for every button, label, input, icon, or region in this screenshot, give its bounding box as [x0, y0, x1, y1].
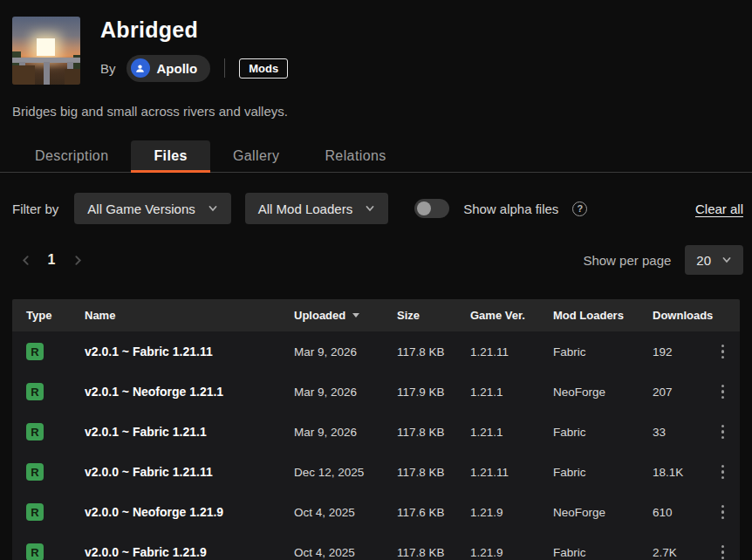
tab-bar: Description Files Gallery Relations	[0, 140, 752, 173]
file-downloads: 2.7K	[653, 546, 715, 559]
release-type-badge[interactable]: R	[26, 503, 44, 521]
page-number[interactable]: 1	[38, 252, 65, 268]
col-size[interactable]: Size	[397, 309, 470, 322]
file-mod-loader: Fabric	[553, 345, 653, 359]
file-mod-loader: NeoForge	[553, 386, 653, 399]
table-row[interactable]: R v2.0.0 ~ Fabric 1.21.11 Dec 12, 2025 1…	[12, 452, 740, 492]
table-row[interactable]: R v2.0.1 ~ Neoforge 1.21.1 Mar 9, 2026 1…	[12, 372, 740, 412]
file-name-link[interactable]: v2.0.0 ~ Fabric 1.21.11	[85, 465, 294, 479]
row-menu-icon[interactable]	[718, 542, 728, 560]
file-mod-loader: Fabric	[553, 546, 653, 559]
file-downloads: 207	[653, 386, 715, 399]
row-menu-icon[interactable]	[718, 341, 728, 363]
category-badge[interactable]: Mods	[239, 58, 288, 79]
filter-bar: Filter by All Game Versions All Mod Load…	[12, 193, 743, 224]
file-downloads: 610	[653, 506, 715, 519]
by-label: By	[100, 61, 116, 76]
file-name-link[interactable]: v2.0.0 ~ Neoforge 1.21.9	[85, 505, 294, 519]
author-avatar-icon	[131, 58, 150, 78]
table-body: R v2.0.1 ~ Fabric 1.21.11 Mar 9, 2026 11…	[12, 331, 740, 560]
row-menu-icon[interactable]	[718, 421, 728, 443]
file-game-version: 1.21.9	[470, 546, 553, 559]
mod-summary: Bridges big and small across rivers and …	[12, 104, 288, 119]
file-size: 117.8 KB	[397, 546, 470, 559]
table-row[interactable]: R v2.0.0 ~ Fabric 1.21.9 Oct 4, 2025 117…	[12, 532, 740, 560]
file-mod-loader: Fabric	[553, 426, 653, 439]
file-downloads: 33	[653, 426, 715, 439]
file-mod-loader: Fabric	[553, 466, 653, 479]
file-game-version: 1.21.11	[470, 466, 553, 479]
file-game-version: 1.21.1	[470, 386, 553, 399]
pagination-bar: 1 Show per page 20	[12, 245, 743, 275]
mod-loaders-value: All Mod Loaders	[258, 201, 352, 216]
row-menu-icon[interactable]	[718, 381, 728, 403]
file-size: 117.8 KB	[397, 466, 470, 479]
mod-icon[interactable]	[12, 17, 80, 85]
author-pill[interactable]: Apollo	[126, 55, 211, 82]
release-type-badge[interactable]: R	[26, 343, 44, 360]
divider	[224, 58, 225, 78]
clear-all-link[interactable]: Clear all	[695, 201, 743, 216]
release-type-badge[interactable]: R	[26, 463, 44, 481]
file-name-link[interactable]: v2.0.0 ~ Fabric 1.21.9	[85, 545, 294, 559]
icon-bridge-pillar	[44, 62, 50, 85]
file-name-link[interactable]: v2.0.1 ~ Neoforge 1.21.1	[85, 385, 294, 399]
release-type-badge[interactable]: R	[26, 423, 44, 440]
file-uploaded: Oct 4, 2025	[294, 546, 397, 559]
game-versions-value: All Game Versions	[87, 201, 195, 216]
filter-by-label: Filter by	[12, 201, 58, 216]
icon-cliff-right	[65, 69, 80, 85]
file-uploaded: Mar 9, 2026	[294, 386, 397, 399]
file-downloads: 192	[653, 345, 715, 359]
table-row[interactable]: R v2.0.0 ~ Neoforge 1.21.9 Oct 4, 2025 1…	[12, 492, 740, 532]
chevron-down-icon	[721, 255, 732, 265]
per-page-value: 20	[696, 253, 711, 268]
table-row[interactable]: R v2.0.1 ~ Fabric 1.21.11 Mar 9, 2026 11…	[12, 331, 740, 372]
release-type-badge[interactable]: R	[26, 383, 44, 400]
author-name: Apollo	[157, 61, 198, 76]
game-versions-dropdown[interactable]: All Game Versions	[74, 193, 230, 224]
toggle-knob	[417, 201, 431, 215]
file-uploaded: Mar 9, 2026	[294, 426, 397, 439]
show-alpha-toggle[interactable]	[414, 199, 449, 218]
row-menu-icon[interactable]	[718, 502, 728, 523]
show-alpha-label: Show alpha files	[463, 201, 558, 216]
chevron-down-icon	[365, 203, 375, 214]
col-mod-loaders[interactable]: Mod Loaders	[553, 309, 653, 322]
col-game-ver[interactable]: Game Ver.	[470, 309, 553, 322]
table-row[interactable]: R v2.0.1 ~ Fabric 1.21.1 Mar 9, 2026 117…	[12, 412, 740, 452]
help-icon[interactable]: ?	[572, 201, 587, 216]
file-name-link[interactable]: v2.0.1 ~ Fabric 1.21.11	[85, 345, 294, 359]
table-header: Type Name Uploaded Size Game Ver. Mod Lo…	[12, 299, 740, 331]
file-name-link[interactable]: v2.0.1 ~ Fabric 1.21.1	[85, 425, 294, 439]
file-game-version: 1.21.9	[470, 506, 553, 519]
icon-sun	[37, 38, 55, 56]
col-uploaded[interactable]: Uploaded	[294, 309, 397, 322]
file-size: 117.9 KB	[397, 386, 470, 399]
tab-description[interactable]: Description	[12, 140, 131, 172]
byline: By Apollo Mods	[100, 54, 288, 82]
prev-page-icon[interactable]	[12, 247, 38, 273]
sort-desc-icon	[352, 313, 359, 318]
release-type-badge[interactable]: R	[26, 543, 44, 560]
col-name[interactable]: Name	[85, 309, 294, 322]
col-type[interactable]: Type	[26, 309, 85, 322]
file-size: 117.8 KB	[397, 345, 470, 359]
show-per-page-label: Show per page	[583, 253, 671, 268]
next-page-icon[interactable]	[65, 247, 91, 273]
file-game-version: 1.21.1	[470, 426, 553, 439]
col-uploaded-label: Uploaded	[294, 309, 345, 322]
icon-cliff-left	[12, 65, 35, 85]
chevron-down-icon	[208, 203, 218, 214]
mod-loaders-dropdown[interactable]: All Mod Loaders	[245, 193, 388, 224]
tab-relations[interactable]: Relations	[302, 140, 408, 172]
tab-gallery[interactable]: Gallery	[210, 140, 302, 172]
row-menu-icon[interactable]	[718, 461, 728, 483]
files-table: Type Name Uploaded Size Game Ver. Mod Lo…	[12, 299, 740, 560]
col-downloads[interactable]: Downloads	[653, 309, 715, 322]
file-uploaded: Oct 4, 2025	[294, 506, 397, 519]
tab-files[interactable]: Files	[131, 140, 209, 172]
file-size: 117.8 KB	[397, 426, 470, 439]
file-uploaded: Mar 9, 2026	[294, 345, 397, 359]
per-page-dropdown[interactable]: 20	[685, 245, 743, 275]
